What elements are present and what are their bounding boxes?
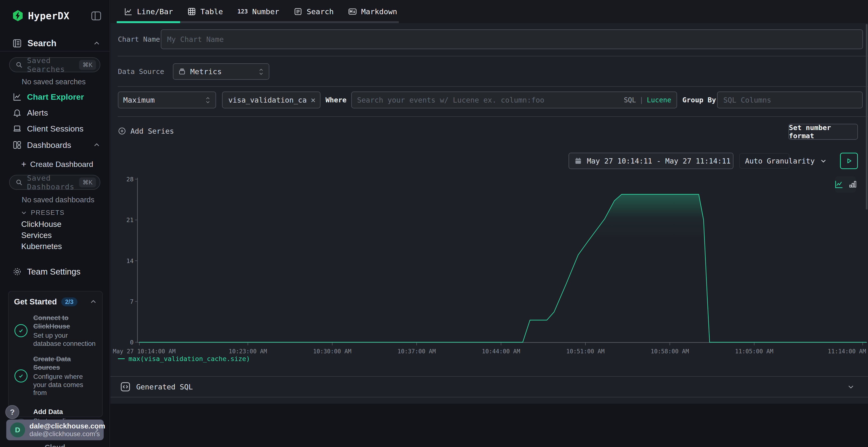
granularity-select[interactable]: Auto Granularity xyxy=(739,153,789,169)
chart-name-label: Chart Name xyxy=(118,35,160,43)
chevron-down-icon xyxy=(847,383,855,390)
aggregation-value: Maximum xyxy=(123,96,155,104)
generated-sql-toggle[interactable]: Generated SQL xyxy=(111,377,868,397)
where-input[interactable] xyxy=(357,96,624,104)
tab-search[interactable]: Search xyxy=(286,0,341,23)
presets-label: PRESETS xyxy=(31,209,65,216)
code-icon xyxy=(120,381,131,392)
svg-text:10:37:00 AM: 10:37:00 AM xyxy=(398,348,436,355)
presets-toggle[interactable]: PRESETS xyxy=(21,208,65,218)
group-by-input[interactable] xyxy=(717,92,863,108)
saved-dashboards-placeholder: Saved Dashboards xyxy=(27,174,79,191)
svg-text:11:05:00 AM: 11:05:00 AM xyxy=(735,348,774,355)
add-series-button[interactable]: Add Series xyxy=(118,125,174,137)
journal-icon xyxy=(12,39,22,48)
preset-item[interactable]: Services xyxy=(0,230,110,241)
sidebar-item-client-sessions[interactable]: Client Sessions xyxy=(12,122,100,135)
sidebar-divider xyxy=(0,51,110,51)
tab-number[interactable]: 123 Number xyxy=(230,0,286,23)
create-dashboard-button[interactable]: + Create Dashboard xyxy=(21,159,100,170)
chevron-up-icon xyxy=(93,141,100,148)
preset-item[interactable]: ClickHouse xyxy=(0,219,110,230)
svg-text:May 27 10:14:00 AM: May 27 10:14:00 AM xyxy=(113,348,176,355)
metric-chip[interactable]: visa_validation_cach × xyxy=(222,92,320,108)
search-icon xyxy=(16,179,23,186)
circled-plus-icon xyxy=(118,127,126,135)
legend-swatch xyxy=(118,358,125,359)
presets-list: ClickHouse Services Kubernetes xyxy=(0,219,110,252)
database-icon xyxy=(178,68,186,75)
tab-line-bar[interactable]: Line/Bar xyxy=(117,0,180,23)
plus-icon: + xyxy=(21,160,26,169)
sidebar-section-search[interactable]: Search xyxy=(12,37,100,50)
preset-item[interactable]: Kubernetes xyxy=(0,241,110,252)
get-started-card: Get Started 2/3 Connect to ClickHouse Se… xyxy=(8,291,103,417)
metric-chip-label: visa_validation_cach xyxy=(228,96,307,104)
svg-text:10:51:00 AM: 10:51:00 AM xyxy=(566,348,605,355)
dashboards-grid-icon xyxy=(12,140,22,149)
no-saved-searches-note: No saved searches xyxy=(22,77,86,86)
data-source-select[interactable]: Metrics xyxy=(173,63,269,80)
sidebar-item-chart-explorer[interactable]: Chart Explorer xyxy=(12,90,100,104)
hyperdx-logo-icon xyxy=(12,10,24,22)
help-button[interactable]: ? xyxy=(5,405,19,419)
client-sessions-label: Client Sessions xyxy=(27,124,84,133)
line-chart-icon xyxy=(124,7,133,16)
data-source-label: Data Source xyxy=(118,67,164,76)
progress-badge: 2/3 xyxy=(61,298,78,306)
markdown-icon xyxy=(348,7,357,16)
select-chevrons-icon xyxy=(258,67,264,76)
laptop-icon xyxy=(12,124,22,133)
sql-toggle[interactable]: SQL xyxy=(624,96,636,104)
get-started-item-connect[interactable]: Connect to ClickHouse Set up your databa… xyxy=(14,314,97,347)
logo-row: HyperDX xyxy=(12,9,101,23)
sidebar-item-team-settings[interactable]: Team Settings xyxy=(12,265,100,278)
user-menu[interactable]: D dale@clickhouse.com dale@clickhouse.co… xyxy=(6,419,104,440)
chevron-up-icon xyxy=(93,40,100,47)
divider xyxy=(118,56,868,56)
saved-searches-placeholder: Saved Searches xyxy=(27,56,79,73)
123-icon: 123 xyxy=(238,8,248,15)
saved-dashboards-input[interactable]: Saved Dashboards ⌘K xyxy=(9,175,100,190)
svg-text:10:44:00 AM: 10:44:00 AM xyxy=(482,348,520,355)
get-started-header[interactable]: Get Started 2/3 xyxy=(14,297,97,306)
generated-sql-label: Generated SQL xyxy=(136,383,193,391)
run-query-button[interactable] xyxy=(840,153,858,169)
chart-name-input[interactable] xyxy=(161,29,863,49)
app-title: HyperDX xyxy=(28,10,69,22)
svg-text:14: 14 xyxy=(126,257,133,265)
bell-icon xyxy=(12,108,22,117)
granularity-value: Auto Granularity xyxy=(745,157,815,165)
chart-explorer-label: Chart Explorer xyxy=(27,92,84,102)
divider xyxy=(118,116,868,117)
lucene-toggle[interactable]: Lucene xyxy=(647,96,671,104)
sidebar-collapse-icon[interactable] xyxy=(91,11,101,21)
check-circle-icon xyxy=(14,370,28,382)
sidebar-section-dashboards[interactable]: Dashboards xyxy=(12,138,100,152)
tab-table[interactable]: Table xyxy=(180,0,230,23)
close-icon[interactable]: × xyxy=(311,95,316,105)
svg-text:7: 7 xyxy=(130,298,133,305)
tab-markdown[interactable]: Markdown xyxy=(341,0,404,23)
alerts-label: Alerts xyxy=(27,108,48,117)
play-icon xyxy=(845,157,853,165)
user-org: dale@clickhouse.com's xyxy=(29,430,94,438)
chevron-up-icon xyxy=(90,298,97,305)
saved-searches-input[interactable]: Saved Searches ⌘K xyxy=(9,57,100,72)
sidebar-item-alerts[interactable]: Alerts xyxy=(12,106,100,119)
set-number-format-button[interactable]: Set number format xyxy=(788,124,858,140)
get-started-item-title: Connect to ClickHouse xyxy=(33,314,97,331)
chart-legend[interactable]: max(visa_validation_cache.size) xyxy=(118,355,250,363)
date-range-picker[interactable]: May 27 10:14:11 - May 27 11:14:11 xyxy=(568,153,734,169)
list-document-icon xyxy=(294,7,302,16)
no-saved-dashboards-note: No saved dashboards xyxy=(22,196,94,204)
timeseries-chart[interactable]: 07142128May 27 10:14:00 AM10:23:00 AM10:… xyxy=(111,174,868,359)
team-settings-label: Team Settings xyxy=(27,267,81,276)
svg-text:11:14:00 AM: 11:14:00 AM xyxy=(828,348,866,355)
divider xyxy=(111,397,868,398)
shortcut-badge: ⌘K xyxy=(79,177,96,187)
scrollbar-thumb[interactable] xyxy=(866,24,868,209)
aggregation-select[interactable]: Maximum xyxy=(118,92,216,108)
get-started-item-sources[interactable]: Create Data Sources Configure where your… xyxy=(14,355,97,397)
user-email: dale@clickhouse.com xyxy=(29,422,94,430)
